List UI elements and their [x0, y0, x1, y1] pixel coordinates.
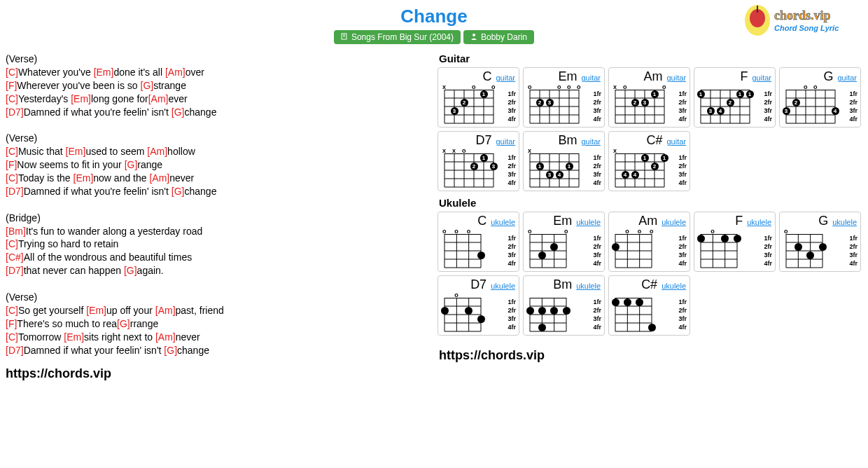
chord-box: Gguitaroo2341fr2fr3fr4fr [779, 67, 861, 128]
chord-box: Gukuleleo1fr2fr3fr4fr [779, 212, 861, 272]
finger-dot: 1 [480, 90, 488, 98]
footer-url-right: https://chords.vip [435, 348, 865, 363]
instrument-link[interactable]: guitar [666, 137, 686, 146]
finger-dot [441, 307, 449, 315]
instrument-link[interactable]: guitar [752, 74, 771, 82]
chord-name: G [823, 69, 833, 84]
instrument-link[interactable]: ukulele [747, 218, 771, 226]
instrument-link[interactable]: guitar [666, 74, 686, 82]
instrument-link[interactable]: ukulele [491, 282, 515, 290]
finger-dot [624, 298, 631, 306]
svg-point-3 [472, 34, 475, 36]
lyric-line: [D7]Damned if what you're feelin' isn't … [6, 106, 426, 119]
svg-rect-6 [757, 6, 758, 13]
chord-marker: [Em] [66, 146, 86, 157]
chord-name: C# [646, 133, 662, 148]
finger-dot: 1 [566, 163, 573, 170]
chord-marker: [C] [6, 305, 18, 316]
chord-box: D7guitarxxo1231fr2fr3fr4fr [438, 131, 519, 191]
chord-box: Fukuleleo1fr2fr3fr4fr [694, 212, 776, 272]
site-logo[interactable]: chords.vip Chord Song Lyric [742, 3, 861, 38]
finger-dot: 3 [783, 107, 790, 115]
lyric-line [6, 118, 426, 132]
finger-dot [477, 252, 485, 259]
chord-diagram: 1112341fr2fr3fr4fr [697, 85, 772, 128]
chord-box: Fguitar1112341fr2fr3fr4fr [694, 67, 776, 128]
chord-diagram: oo2341fr2fr3fr4fr [783, 85, 858, 128]
tags: Songs From Big Sur (2004) Bobby Darin [334, 30, 534, 44]
lyric-line: (Bridge) [6, 212, 426, 225]
chord-name: Bm [558, 133, 577, 148]
finger-dot: 2 [470, 163, 478, 170]
chord-marker: [D7] [6, 106, 24, 118]
chord-marker: [D7] [6, 186, 24, 197]
finger-dot: 3 [707, 107, 715, 115]
chord-name: C# [641, 277, 657, 292]
lyric-line: [F]There's so much to rea[G]rrange [6, 317, 426, 331]
lyric-line: [C]Tomorrow [Em]sits right next to [Am]n… [6, 331, 426, 344]
chord-name: Em [553, 214, 572, 228]
lyric-line: [C#]All of the wondrous and beautiful ti… [6, 251, 426, 264]
chord-box: D7ukuleleo1fr2fr3fr4fr [438, 275, 519, 336]
lyric-line: [C]Whatever you've [Em]done it's all [Am… [6, 66, 426, 79]
instrument-link[interactable]: guitar [837, 74, 857, 82]
chord-box: Emukuleleoo1fr2fr3fr4fr [523, 212, 605, 272]
chord-marker: [F] [6, 80, 17, 91]
chord-marker: [Em] [94, 67, 114, 78]
chord-grid: Cguitarxoo1231fr2fr3fr4frEmguitaroooo231… [435, 67, 865, 194]
chord-box: Bmguitarx11341fr2fr3fr4fr [523, 131, 605, 191]
chord-diagram: 1fr2fr3fr4fr [526, 294, 601, 336]
finger-dot [538, 324, 546, 331]
instrument-link[interactable]: ukulele [662, 282, 686, 290]
chord-name: Em [558, 69, 577, 84]
lyric-line: [C]Trying so hard to retain [6, 238, 426, 251]
finger-dot [734, 235, 741, 242]
instrument-link[interactable]: ukulele [662, 218, 686, 226]
instrument-link[interactable]: ukulele [576, 218, 601, 226]
instrument-link[interactable]: guitar [581, 74, 601, 82]
artist-tag[interactable]: Bobby Darin [463, 30, 534, 44]
finger-dot [612, 298, 620, 306]
chord-marker: [Em] [64, 331, 84, 343]
chord-grid: Cukuleleooo1fr2fr3fr4frEmukuleleoo1fr2fr… [435, 212, 865, 338]
finger-dot: 4 [622, 171, 629, 179]
chord-marker: [G] [164, 345, 177, 356]
finger-dot [794, 243, 802, 251]
finger-dot: 3 [451, 107, 458, 115]
instrument-link[interactable]: guitar [581, 137, 601, 146]
chord-diagram: o1fr2fr3fr4fr [441, 294, 516, 336]
chord-box: Bmukulele1fr2fr3fr4fr [523, 275, 605, 336]
chord-marker: [G] [172, 106, 185, 118]
finger-dot: 2 [651, 163, 659, 170]
instrument-link[interactable]: guitar [496, 74, 515, 82]
finger-dot: 3 [490, 163, 498, 170]
finger-dot: 2 [461, 99, 468, 106]
instrument-link[interactable]: ukulele [491, 218, 515, 226]
footer-url-left: https://chords.vip [6, 366, 426, 381]
section-title: Guitar [435, 50, 865, 67]
finger-dot: 4 [556, 171, 564, 179]
lyric-line: (Verse) [6, 53, 426, 66]
instrument-link[interactable]: ukulele [832, 218, 857, 226]
chord-marker: [G] [117, 318, 130, 329]
user-icon [470, 32, 477, 42]
finger-dot: 4 [717, 107, 724, 115]
instrument-link[interactable]: ukulele [576, 282, 601, 290]
chord-marker: [Am] [165, 67, 186, 78]
lyric-line [6, 198, 426, 212]
lyric-line: [C]Yesterday's [Em]long gone for[Am]ever [6, 92, 426, 106]
chord-name: F [740, 69, 748, 84]
chord-diagram: ooo1fr2fr3fr4fr [612, 230, 687, 272]
instrument-link[interactable]: guitar [496, 137, 515, 146]
chord-marker: [C] [6, 93, 18, 104]
finger-dot: 2 [792, 99, 800, 106]
chord-box: C#guitarx112441fr2fr3fr4fr [608, 131, 690, 191]
album-tag[interactable]: Songs From Big Sur (2004) [334, 30, 461, 44]
chord-diagram: oooo231fr2fr3fr4fr [526, 85, 601, 128]
lyric-line: [C]Today is the [Em]now and the [Am]neve… [6, 172, 426, 185]
lyric-line: [C]Music that [Em]used to seem [Am]hollo… [6, 145, 426, 158]
finger-dot: 1 [641, 154, 649, 162]
chord-box: Cukuleleooo1fr2fr3fr4fr [438, 212, 519, 272]
finger-dot [538, 252, 546, 259]
lyric-line: (Verse) [6, 291, 426, 304]
